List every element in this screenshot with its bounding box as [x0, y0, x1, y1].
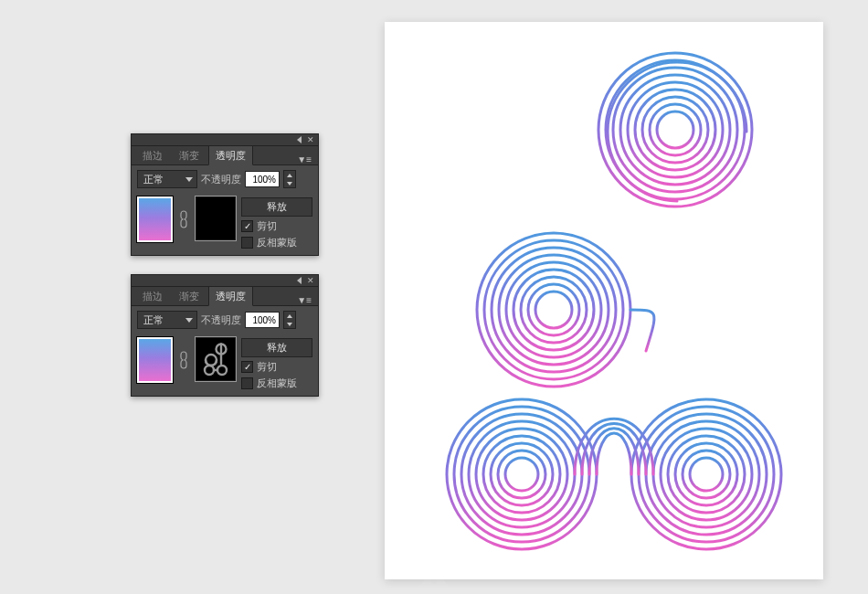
blend-mode-select[interactable]: 正常 — [137, 311, 197, 329]
svg-point-43 — [668, 436, 745, 513]
stage: ✕ 描边 渐变 透明度 ▼≡ 正常 不透明度 100% 释放 — [0, 0, 868, 594]
transparency-panel-2: ✕ 描边 渐变 透明度 ▼≡ 正常 不透明度 100% — [131, 274, 319, 397]
tab-gradient[interactable]: 渐变 — [172, 145, 206, 164]
svg-point-3 — [217, 366, 227, 375]
invert-checkbox[interactable] — [241, 237, 253, 249]
opacity-stepper[interactable] — [283, 170, 296, 188]
opacity-label: 不透明度 — [201, 313, 241, 327]
chevron-down-icon — [185, 177, 193, 182]
close-icon[interactable]: ✕ — [307, 136, 314, 144]
object-thumbnail[interactable] — [137, 196, 173, 242]
svg-point-28 — [492, 248, 616, 372]
watermark — [407, 561, 461, 592]
svg-point-34 — [483, 436, 560, 513]
object-thumbnail[interactable] — [137, 337, 173, 383]
svg-point-2 — [205, 366, 214, 375]
clip-row: ✓ 剪切 — [241, 219, 312, 233]
opacity-label: 不透明度 — [201, 173, 241, 186]
blend-opacity-row: 正常 不透明度 100% — [132, 306, 318, 332]
svg-point-33 — [491, 443, 553, 505]
mask-options: 释放 ✓ 剪切 反相蒙版 — [241, 337, 312, 390]
svg-point-9 — [620, 75, 730, 185]
mask-thumbnail[interactable] — [196, 337, 236, 381]
opacity-input[interactable]: 100% — [245, 171, 280, 187]
invert-label: 反相蒙版 — [257, 377, 297, 390]
svg-point-46 — [646, 414, 767, 535]
invert-row: 反相蒙版 — [241, 236, 312, 249]
artboard — [385, 22, 823, 579]
clip-label: 剪切 — [257, 219, 277, 233]
svg-point-37 — [461, 414, 582, 535]
tab-transparency[interactable]: 透明度 — [208, 286, 253, 306]
blend-mode-value: 正常 — [143, 173, 164, 186]
mask-row: 释放 ✓ 剪切 反相蒙版 — [132, 191, 318, 255]
release-button[interactable]: 释放 — [241, 197, 312, 217]
mask-options: 释放 ✓ 剪切 反相蒙版 — [241, 196, 312, 249]
tab-transparency[interactable]: 透明度 — [208, 145, 253, 165]
tab-gradient[interactable]: 渐变 — [172, 286, 206, 305]
transparency-panel-1: ✕ 描边 渐变 透明度 ▼≡ 正常 不透明度 100% 释放 — [131, 133, 319, 256]
svg-point-38 — [454, 407, 589, 542]
collapse-icon[interactable] — [297, 136, 302, 143]
clip-checkbox[interactable]: ✓ — [241, 361, 253, 373]
svg-point-25 — [513, 270, 594, 350]
blend-mode-select[interactable]: 正常 — [137, 170, 197, 188]
clip-row: ✓ 剪切 — [241, 360, 312, 374]
opacity-input[interactable]: 100% — [245, 312, 280, 328]
panel-menu-icon[interactable]: ▼≡ — [294, 295, 314, 305]
opacity-stepper[interactable] — [283, 311, 296, 329]
artwork — [385, 22, 823, 579]
panel-tabs: 描边 渐变 透明度 ▼≡ — [132, 146, 318, 165]
blend-mode-value: 正常 — [143, 313, 164, 327]
svg-point-47 — [639, 407, 774, 542]
tab-stroke[interactable]: 描边 — [135, 286, 170, 305]
svg-point-6 — [642, 97, 708, 163]
clip-label: 剪切 — [257, 360, 277, 374]
close-icon[interactable]: ✕ — [307, 277, 314, 285]
svg-point-31 — [505, 458, 538, 491]
svg-point-49 — [431, 578, 437, 584]
panel-menu-icon[interactable]: ▼≡ — [294, 154, 314, 164]
invert-label: 反相蒙版 — [257, 236, 297, 249]
link-icon[interactable] — [178, 337, 190, 383]
svg-point-27 — [499, 255, 609, 365]
svg-point-10 — [613, 68, 737, 192]
panel-tabs: 描边 渐变 透明度 ▼≡ — [132, 287, 318, 306]
chevron-down-icon — [185, 318, 193, 323]
collapse-icon[interactable] — [297, 277, 302, 284]
link-icon[interactable] — [178, 196, 190, 242]
release-button[interactable]: 释放 — [241, 338, 312, 357]
svg-point-42 — [675, 443, 737, 505]
blend-opacity-row: 正常 不透明度 100% — [132, 165, 318, 191]
svg-point-40 — [690, 458, 723, 491]
mask-row: 释放 ✓ 剪切 反相蒙版 — [132, 332, 318, 396]
invert-row: 反相蒙版 — [241, 377, 312, 390]
svg-point-24 — [521, 277, 587, 343]
svg-point-22 — [535, 292, 572, 328]
mask-thumbnail[interactable] — [196, 196, 236, 240]
invert-checkbox[interactable] — [241, 377, 253, 389]
tab-stroke[interactable]: 描边 — [135, 145, 170, 164]
svg-point-4 — [657, 111, 693, 148]
clip-checkbox[interactable]: ✓ — [241, 220, 253, 232]
svg-point-7 — [635, 90, 715, 170]
